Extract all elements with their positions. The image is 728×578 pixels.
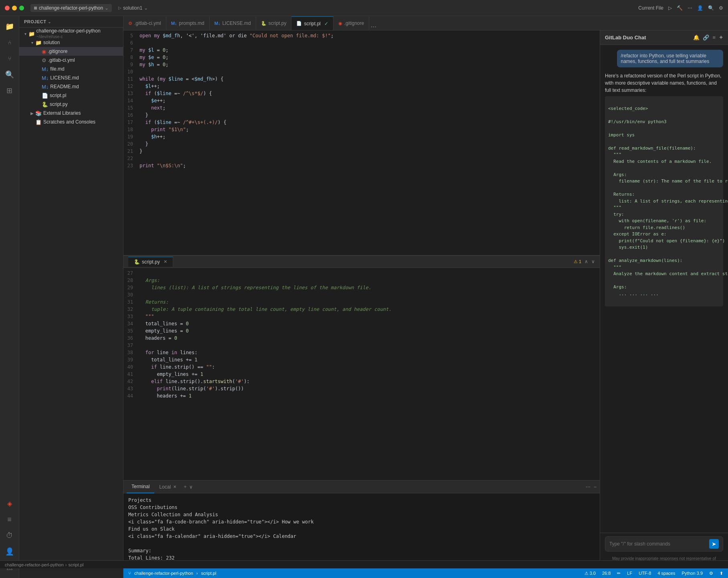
build-icon[interactable]: 🔨 <box>677 5 683 11</box>
account-icon[interactable]: 👤 <box>697 5 703 11</box>
sidebar-item-root[interactable]: ▾ 📁 challenge-refactor-perl-python ~/dev… <box>19 29 123 38</box>
branch-icon[interactable]: ⑂ <box>2 51 17 66</box>
project-status[interactable]: challenge-refactor-perl-python <box>134 571 193 576</box>
file-status-name[interactable]: script.pl <box>201 571 216 576</box>
sidebar-item-readme[interactable]: M↓ README.md <box>19 82 123 91</box>
chat-send-button[interactable]: ➤ <box>709 539 719 549</box>
clock-icon[interactable]: ⏱ <box>2 528 17 543</box>
tab-label: .gitlab-ci.yml <box>134 20 161 26</box>
tab-prompts-md[interactable]: M↓ prompts.md <box>166 16 210 30</box>
solution-selector[interactable]: ▷ solution1 ⌄ <box>115 4 151 12</box>
person-icon[interactable]: 👤 <box>2 544 17 559</box>
chat-header-icons: 🔔 🔗 ≡ ✦ <box>693 34 723 41</box>
minimize-button[interactable] <box>12 6 17 10</box>
terminal-line: Find us on Slack <box>128 525 595 533</box>
close-tab-icon[interactable]: ✕ <box>164 259 167 264</box>
sidebar-item-license[interactable]: M↓ LICENSE.md <box>19 73 123 82</box>
git-push-icon[interactable]: ⬆ <box>720 571 723 576</box>
main-layout: 📁 ⑃ ⑂ 🔍 ⊞ ◈ ≡ ⏱ 👤 ⚠ Project ⌄ ▾ 📁 challe… <box>0 16 728 578</box>
plus-icon: ＋ <box>183 483 188 490</box>
sidebar-item-gitignore[interactable]: ◉ .gitignore <box>19 47 123 56</box>
position-status[interactable]: 26:8 <box>602 571 611 576</box>
search-icon[interactable]: 🔍 <box>708 5 714 11</box>
ai-intro-text: Here's a refactored version of the Perl … <box>605 72 723 94</box>
breadcrumb-file: script.pl <box>68 562 83 567</box>
tab-icon: M↓ <box>171 21 177 26</box>
code-line: 5 open my $md_fh, '<', 'file.md' or die … <box>123 32 600 39</box>
terminal-area: Terminal Local ✕ ＋ ∨ ⋯ − <box>123 480 600 568</box>
code-line: 11 while (my $line = <$md_fh>) { <box>123 75 600 83</box>
git-icon[interactable]: ⑃ <box>2 35 17 50</box>
maximize-button[interactable] <box>19 6 24 10</box>
project-selector[interactable]: ◼ challenge-refactor-perl-python ⌄ <box>30 4 112 12</box>
code-line: 19 $h++; <box>123 133 600 140</box>
indent-status[interactable]: 4 spaces <box>657 571 675 576</box>
line-ending-status[interactable]: LF <box>627 571 632 576</box>
terminal-tab-add[interactable]: ＋ ∨ <box>183 483 193 490</box>
terminal-content: Projects OSS Contributions Metrics Colle… <box>123 493 600 568</box>
breadcrumb: challenge-refactor-perl-python › script.… <box>0 560 728 568</box>
tab-label: LICENSE.md <box>222 20 251 26</box>
extensions-icon[interactable]: ⊞ <box>2 83 17 98</box>
sidebar-item-label: script.py <box>50 101 68 107</box>
chat-panel: GitLab Duo Chat 🔔 🔗 ≡ ✦ /refactor into P… <box>600 30 728 568</box>
gitlab-icon[interactable]: ◈ <box>2 496 17 511</box>
terminal-actions: ⋯ − <box>586 484 597 490</box>
code-line: 7 my $l = 0; <box>123 47 600 54</box>
layers-icon[interactable]: ≡ <box>2 512 17 527</box>
chat-input[interactable] <box>609 541 709 547</box>
pencil-icon: ✏ <box>617 571 621 576</box>
more-icon[interactable]: ⋯ <box>688 5 692 11</box>
close-button[interactable] <box>5 6 10 10</box>
terminal-tab-terminal[interactable]: Terminal <box>127 481 154 493</box>
encoding-status[interactable]: UTF-8 <box>639 571 651 576</box>
settings-icon[interactable]: ⚙ <box>719 5 723 11</box>
chat-list-icon[interactable]: ≡ <box>712 34 716 41</box>
sidebar-item-file-md[interactable]: M↓ file.md <box>19 65 123 73</box>
chat-star-icon[interactable]: ✦ <box>719 34 723 41</box>
chat-link-icon[interactable]: 🔗 <box>703 34 709 41</box>
tab-script-py[interactable]: 🐍 script.py <box>256 16 292 30</box>
code-line: 33 """ <box>123 313 600 320</box>
terminal-line: <i class="fa fa-code-branch" aria-hidden… <box>128 518 595 525</box>
terminal-more-icon[interactable]: ⋯ <box>586 484 590 490</box>
sidebar-header: Project ⌄ <box>19 16 123 28</box>
code-area-py: 27 28 Args: 29 lines (list): A list of s… <box>123 268 600 481</box>
code-line: 43 print(line.strip('#').strip()) <box>123 385 600 392</box>
terminal-tab-local[interactable]: Local ✕ <box>154 481 181 493</box>
header-chevron-icon: ⌄ <box>48 20 51 24</box>
tab-more[interactable]: ⋯ <box>371 24 376 30</box>
code-line: 9 my $h = 0; <box>123 61 600 68</box>
folder-icon[interactable]: 📁 <box>2 19 17 34</box>
sidebar-item-gitlab-ci[interactable]: ⚙ .gitlab-ci.yml <box>19 56 123 65</box>
sidebar-item-script-pl[interactable]: 📄 script.pl <box>19 91 123 100</box>
sidebar-item-label: file.md <box>50 66 64 72</box>
sidebar-item-solution[interactable]: ▾ 📁 solution <box>19 38 123 47</box>
code-line: 36 headers = 0 <box>123 335 600 342</box>
sidebar-item-script-py[interactable]: 🐍 script.py <box>19 100 123 109</box>
py-icon: 🐍 <box>134 259 140 265</box>
chat-notification-icon[interactable]: 🔔 <box>693 34 700 41</box>
editor-script-pl: 5 open my $md_fh, '<', 'file.md' or die … <box>123 30 600 255</box>
project-name: challenge-refactor-perl-python <box>39 5 103 11</box>
language-status[interactable]: Python 3.9 <box>681 571 703 576</box>
close-tab-icon[interactable]: ✕ <box>173 485 176 489</box>
warnings-status[interactable]: ⚠ 3.0 <box>584 571 596 576</box>
activity-bar: 📁 ⑃ ⑂ 🔍 ⊞ ◈ ≡ ⏱ 👤 ⚠ <box>0 16 19 578</box>
run-icon[interactable]: ▷ <box>668 5 672 11</box>
tab-gitignore[interactable]: ◉ .gitignore <box>334 16 369 30</box>
editor-vertical-split: 5 open my $md_fh, '<', 'file.md' or die … <box>123 30 600 568</box>
editor-chat-split: 5 open my $md_fh, '<', 'file.md' or die … <box>123 30 728 568</box>
sidebar-item-scratches[interactable]: 📋 Scratches and Consoles <box>19 118 123 126</box>
chevron-down2-icon[interactable]: ∨ <box>591 259 595 264</box>
sidebar-item-label: README.md <box>50 84 79 89</box>
pane-tab-script-py[interactable]: 🐍 script.py ✕ <box>128 257 173 267</box>
terminal-minimize-icon[interactable]: − <box>594 484 597 490</box>
settings-status-icon[interactable]: ⚙ <box>709 571 713 576</box>
sidebar-item-external-libs[interactable]: ▶ 📚 External Libraries <box>19 109 123 118</box>
search-sidebar-icon[interactable]: 🔍 <box>2 67 17 82</box>
chevron-up-icon[interactable]: ∧ <box>584 259 588 264</box>
tab-script-pl[interactable]: 📄 script.pl ✓ <box>291 16 333 30</box>
tab-gitlab-ci[interactable]: ⚙ .gitlab-ci.yml <box>123 16 166 30</box>
tab-license-md[interactable]: M↓ LICENSE.md <box>210 16 256 30</box>
